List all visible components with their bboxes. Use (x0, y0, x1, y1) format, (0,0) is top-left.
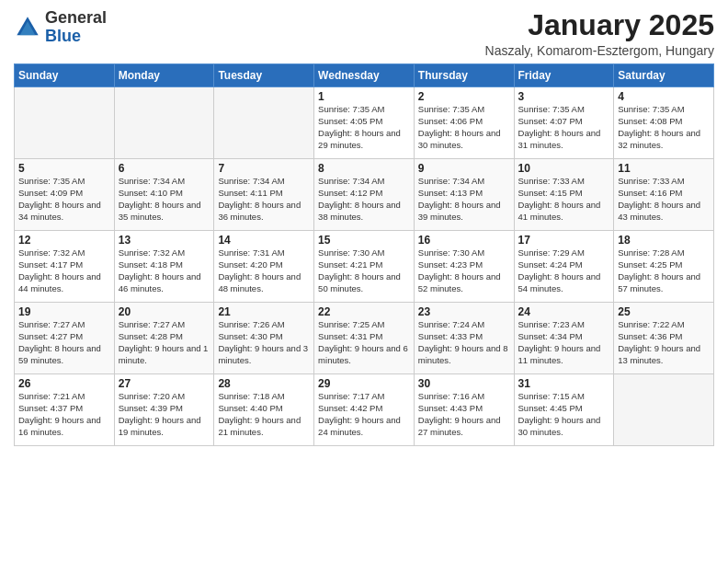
day-info-0-5: Sunrise: 7:35 AM Sunset: 4:07 PM Dayligh… (518, 104, 610, 151)
day-number-1-3: 8 (318, 162, 410, 175)
day-number-3-5: 24 (518, 305, 610, 318)
day-info-1-3: Sunrise: 7:34 AM Sunset: 4:12 PM Dayligh… (318, 176, 410, 223)
calendar-cell-3-3: 22Sunrise: 7:25 AM Sunset: 4:31 PM Dayli… (314, 303, 415, 374)
day-info-1-5: Sunrise: 7:33 AM Sunset: 4:15 PM Dayligh… (518, 176, 610, 223)
week-row-3: 19Sunrise: 7:27 AM Sunset: 4:27 PM Dayli… (15, 303, 714, 374)
day-number-1-4: 9 (418, 162, 510, 175)
day-info-1-6: Sunrise: 7:33 AM Sunset: 4:16 PM Dayligh… (618, 176, 710, 223)
calendar-cell-0-6: 4Sunrise: 7:35 AM Sunset: 4:08 PM Daylig… (614, 87, 714, 159)
logo: General Blue (14, 9, 107, 46)
header: General Blue January 2025 Naszaly, Komar… (14, 9, 714, 58)
calendar-header-row: Sunday Monday Tuesday Wednesday Thursday… (15, 64, 714, 87)
day-info-3-4: Sunrise: 7:24 AM Sunset: 4:33 PM Dayligh… (418, 319, 510, 366)
day-number-3-2: 21 (218, 305, 310, 318)
day-number-1-0: 5 (18, 162, 110, 175)
day-number-1-1: 6 (119, 162, 210, 175)
day-number-2-6: 18 (618, 234, 710, 247)
calendar-cell-0-2 (214, 87, 314, 159)
day-number-3-3: 22 (318, 305, 410, 318)
week-row-4: 26Sunrise: 7:21 AM Sunset: 4:37 PM Dayli… (15, 374, 714, 446)
calendar-cell-2-5: 17Sunrise: 7:29 AM Sunset: 4:24 PM Dayli… (514, 231, 614, 303)
calendar-cell-2-1: 13Sunrise: 7:32 AM Sunset: 4:18 PM Dayli… (114, 231, 214, 303)
calendar-cell-0-1 (114, 87, 214, 159)
day-number-2-1: 13 (119, 234, 210, 247)
day-number-0-4: 2 (418, 90, 510, 103)
logo-icon (14, 14, 41, 41)
day-info-0-6: Sunrise: 7:35 AM Sunset: 4:08 PM Dayligh… (618, 104, 710, 151)
day-number-4-2: 28 (218, 377, 310, 390)
day-number-3-4: 23 (418, 305, 510, 318)
week-row-0: 1Sunrise: 7:35 AM Sunset: 4:05 PM Daylig… (15, 87, 714, 159)
day-number-1-5: 10 (518, 162, 610, 175)
day-number-2-5: 17 (518, 234, 610, 247)
col-thursday: Thursday (414, 64, 514, 87)
page: General Blue January 2025 Naszaly, Komar… (0, 0, 728, 563)
calendar-cell-1-1: 6Sunrise: 7:34 AM Sunset: 4:10 PM Daylig… (114, 159, 214, 231)
day-number-0-5: 3 (518, 90, 610, 103)
calendar-cell-3-4: 23Sunrise: 7:24 AM Sunset: 4:33 PM Dayli… (414, 303, 514, 374)
day-number-4-4: 30 (418, 377, 510, 390)
day-info-4-1: Sunrise: 7:20 AM Sunset: 4:39 PM Dayligh… (119, 391, 210, 438)
calendar-cell-1-5: 10Sunrise: 7:33 AM Sunset: 4:15 PM Dayli… (514, 159, 614, 231)
day-number-3-1: 20 (119, 305, 210, 318)
logo-blue: Blue (45, 27, 81, 45)
day-number-0-3: 1 (318, 90, 410, 103)
day-info-3-5: Sunrise: 7:23 AM Sunset: 4:34 PM Dayligh… (518, 319, 610, 366)
day-info-2-6: Sunrise: 7:28 AM Sunset: 4:25 PM Dayligh… (618, 247, 710, 294)
calendar-cell-3-6: 25Sunrise: 7:22 AM Sunset: 4:36 PM Dayli… (614, 303, 714, 374)
calendar-cell-0-0 (15, 87, 115, 159)
day-number-2-3: 15 (318, 234, 410, 247)
day-info-2-0: Sunrise: 7:32 AM Sunset: 4:17 PM Dayligh… (18, 247, 110, 294)
day-info-3-2: Sunrise: 7:26 AM Sunset: 4:30 PM Dayligh… (218, 319, 310, 366)
day-info-1-0: Sunrise: 7:35 AM Sunset: 4:09 PM Dayligh… (18, 176, 110, 223)
day-info-2-2: Sunrise: 7:31 AM Sunset: 4:20 PM Dayligh… (218, 247, 310, 294)
main-title: January 2025 (485, 9, 714, 41)
day-number-2-2: 14 (218, 234, 310, 247)
day-info-2-3: Sunrise: 7:30 AM Sunset: 4:21 PM Dayligh… (318, 247, 410, 294)
calendar-cell-3-0: 19Sunrise: 7:27 AM Sunset: 4:27 PM Dayli… (15, 303, 115, 374)
col-tuesday: Tuesday (214, 64, 314, 87)
calendar-cell-0-5: 3Sunrise: 7:35 AM Sunset: 4:07 PM Daylig… (514, 87, 614, 159)
col-saturday: Saturday (614, 64, 714, 87)
calendar-cell-1-6: 11Sunrise: 7:33 AM Sunset: 4:16 PM Dayli… (614, 159, 714, 231)
calendar-cell-0-3: 1Sunrise: 7:35 AM Sunset: 4:05 PM Daylig… (314, 87, 415, 159)
col-friday: Friday (514, 64, 614, 87)
logo-general: General (45, 8, 107, 27)
col-sunday: Sunday (15, 64, 115, 87)
day-number-1-2: 7 (218, 162, 310, 175)
day-number-4-5: 31 (518, 377, 610, 390)
day-info-4-4: Sunrise: 7:16 AM Sunset: 4:43 PM Dayligh… (418, 391, 510, 438)
calendar-cell-1-0: 5Sunrise: 7:35 AM Sunset: 4:09 PM Daylig… (15, 159, 115, 231)
day-number-4-0: 26 (18, 377, 110, 390)
day-info-4-3: Sunrise: 7:17 AM Sunset: 4:42 PM Dayligh… (318, 391, 410, 438)
calendar: Sunday Monday Tuesday Wednesday Thursday… (14, 63, 714, 446)
day-number-4-1: 27 (119, 377, 210, 390)
week-row-1: 5Sunrise: 7:35 AM Sunset: 4:09 PM Daylig… (15, 159, 714, 231)
day-number-0-6: 4 (618, 90, 710, 103)
calendar-cell-2-4: 16Sunrise: 7:30 AM Sunset: 4:23 PM Dayli… (414, 231, 514, 303)
calendar-cell-1-2: 7Sunrise: 7:34 AM Sunset: 4:11 PM Daylig… (214, 159, 314, 231)
calendar-cell-4-6 (614, 374, 714, 446)
calendar-cell-1-4: 9Sunrise: 7:34 AM Sunset: 4:13 PM Daylig… (414, 159, 514, 231)
day-number-3-0: 19 (18, 305, 110, 318)
day-info-3-1: Sunrise: 7:27 AM Sunset: 4:28 PM Dayligh… (119, 319, 210, 366)
logo-text: General Blue (45, 9, 107, 46)
day-info-2-5: Sunrise: 7:29 AM Sunset: 4:24 PM Dayligh… (518, 247, 610, 294)
day-info-2-1: Sunrise: 7:32 AM Sunset: 4:18 PM Dayligh… (119, 247, 210, 294)
day-number-2-0: 12 (18, 234, 110, 247)
day-info-3-6: Sunrise: 7:22 AM Sunset: 4:36 PM Dayligh… (618, 319, 710, 366)
calendar-cell-3-5: 24Sunrise: 7:23 AM Sunset: 4:34 PM Dayli… (514, 303, 614, 374)
day-info-4-2: Sunrise: 7:18 AM Sunset: 4:40 PM Dayligh… (218, 391, 310, 438)
calendar-cell-4-0: 26Sunrise: 7:21 AM Sunset: 4:37 PM Dayli… (15, 374, 115, 446)
col-monday: Monday (114, 64, 214, 87)
calendar-cell-2-3: 15Sunrise: 7:30 AM Sunset: 4:21 PM Dayli… (314, 231, 415, 303)
subtitle: Naszaly, Komarom-Esztergom, Hungary (485, 43, 714, 58)
calendar-cell-3-2: 21Sunrise: 7:26 AM Sunset: 4:30 PM Dayli… (214, 303, 314, 374)
title-block: January 2025 Naszaly, Komarom-Esztergom,… (485, 9, 714, 58)
calendar-cell-4-4: 30Sunrise: 7:16 AM Sunset: 4:43 PM Dayli… (414, 374, 514, 446)
day-info-1-2: Sunrise: 7:34 AM Sunset: 4:11 PM Dayligh… (218, 176, 310, 223)
calendar-cell-4-2: 28Sunrise: 7:18 AM Sunset: 4:40 PM Dayli… (214, 374, 314, 446)
col-wednesday: Wednesday (314, 64, 415, 87)
day-info-1-1: Sunrise: 7:34 AM Sunset: 4:10 PM Dayligh… (119, 176, 210, 223)
calendar-cell-4-1: 27Sunrise: 7:20 AM Sunset: 4:39 PM Dayli… (114, 374, 214, 446)
